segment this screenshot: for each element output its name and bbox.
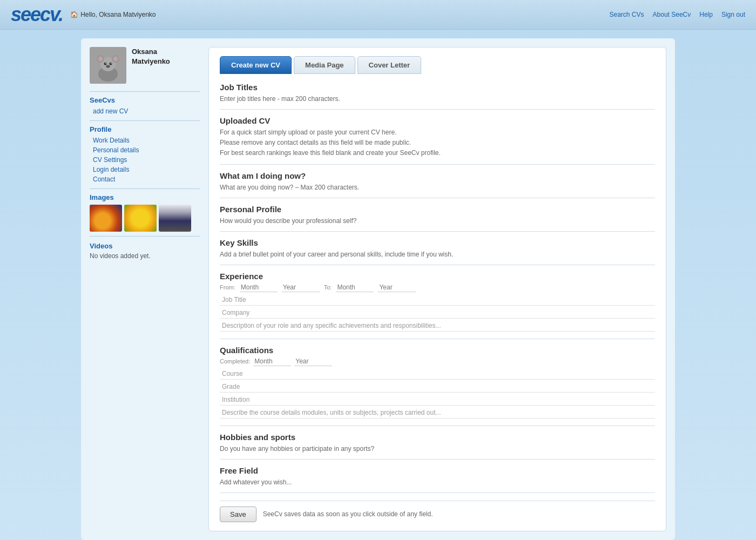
experience-date-row: From: To: (220, 283, 655, 292)
gallery-image-1[interactable] (90, 205, 122, 232)
tabs-row: Create new CV Media Page Cover Letter (220, 56, 655, 74)
tab-media-page[interactable]: Media Page (294, 56, 355, 74)
gallery-image-3[interactable] (159, 205, 191, 232)
key-skills-hint[interactable]: Add a brief bullet point of your career … (220, 249, 655, 259)
top-navigation: seecv. 🏠 Hello, Oksana Matviyenko Search… (0, 0, 756, 30)
experience-to-month[interactable] (336, 283, 374, 292)
qual-year[interactable] (294, 357, 332, 366)
svg-point-10 (111, 63, 112, 64)
home-text: Hello, Oksana Matviyenko (80, 11, 156, 18)
videos-empty-text: No videos added yet. (90, 252, 200, 260)
uploaded-cv-title: Uploaded CV (220, 116, 655, 125)
hobbies-hint[interactable]: Do you have any hobbies or participate i… (220, 444, 655, 454)
qual-course[interactable]: Course (220, 368, 655, 380)
section-personal-profile: Personal Profile How would you describe … (220, 205, 655, 232)
section-qualifications: Qualifications Completed: Course Grade I… (220, 346, 655, 426)
personal-profile-hint[interactable]: How would you describe your professional… (220, 216, 655, 226)
free-field-hint[interactable]: Add whatever you wish... (220, 477, 655, 487)
avatar (90, 47, 126, 84)
section-experience: Experience From: To: Job Title Company D… (220, 272, 655, 339)
nav-search-cvs[interactable]: Search CVs (610, 11, 644, 18)
home-icon: 🏠 (70, 11, 78, 18)
svg-point-11 (106, 65, 110, 68)
experience-from-month[interactable] (240, 283, 278, 292)
gallery-image-2[interactable] (124, 205, 157, 232)
nav-about[interactable]: About SeeCv (653, 11, 691, 18)
experience-to-year[interactable] (378, 283, 416, 292)
uploaded-cv-hint[interactable]: For a quick start simply upload or paste… (220, 127, 655, 159)
sidebar-link-cv-settings[interactable]: CV Settings (90, 155, 200, 165)
svg-point-6 (113, 57, 118, 61)
qualifications-completed-row: Completed: (220, 357, 655, 366)
sidebar-divider-4 (90, 236, 200, 237)
sidebar-link-login-details[interactable]: Login details (90, 165, 200, 174)
experience-company[interactable]: Company (220, 307, 655, 319)
nav-signout[interactable]: Sign out (721, 11, 745, 18)
svg-point-8 (110, 63, 112, 65)
tab-cover-letter[interactable]: Cover Letter (357, 56, 422, 74)
qualifications-title: Qualifications (220, 346, 655, 355)
job-titles-title: Job Titles (220, 83, 655, 92)
qual-grade[interactable]: Grade (220, 381, 655, 393)
add-new-cv-link[interactable]: add new CV (90, 106, 200, 116)
save-note: SeeCv saves data as soon as you click ou… (263, 510, 433, 518)
nav-help[interactable]: Help (699, 11, 713, 18)
from-label: From: (220, 284, 235, 291)
images-gallery (90, 205, 200, 232)
nav-right: Search CVs About SeeCv Help Sign out (610, 11, 745, 18)
experience-description[interactable]: Description of your role and any specifi… (220, 320, 655, 332)
nav-left: seecv. 🏠 Hello, Oksana Matviyenko (11, 3, 156, 26)
section-job-titles: Job Titles Enter job titles here - max 2… (220, 83, 655, 110)
sidebar-link-work-details[interactable]: Work Details (90, 136, 200, 145)
qual-institution[interactable]: Institution (220, 394, 655, 406)
qual-month[interactable] (253, 357, 291, 366)
sidebar-divider-2 (90, 120, 200, 121)
content-area: Create new CV Media Page Cover Letter Jo… (208, 47, 666, 531)
personal-profile-title: Personal Profile (220, 205, 655, 214)
sidebar-divider-3 (90, 188, 200, 189)
section-what-doing-now: What am I doing now? What are you doing … (220, 171, 655, 198)
section-uploaded-cv: Uploaded CV For a quick start simply upl… (220, 116, 655, 165)
to-label: To: (324, 284, 332, 291)
videos-section: Videos No videos added yet. (90, 242, 200, 260)
section-key-skills: Key Skills Add a brief bullet point of y… (220, 238, 655, 265)
sidebar-link-personal-details[interactable]: Personal details (90, 145, 200, 155)
free-field-title: Free Field (220, 466, 655, 475)
user-name: Oksana Matviyenko (132, 47, 170, 66)
main-container: Oksana Matviyenko SeeCvs add new CV Prof… (81, 38, 675, 540)
completed-label: Completed: (220, 358, 250, 364)
hobbies-title: Hobbies and sports (220, 433, 655, 442)
what-doing-now-hint[interactable]: What are you doing now? – Max 200 charac… (220, 183, 655, 192)
site-logo: seecv. (11, 3, 63, 26)
svg-point-7 (104, 63, 107, 65)
svg-point-9 (105, 63, 106, 64)
seecvs-title: SeeCvs (90, 96, 200, 104)
experience-from-year[interactable] (282, 283, 320, 292)
profile-title: Profile (90, 125, 200, 133)
section-hobbies: Hobbies and sports Do you have any hobbi… (220, 433, 655, 460)
qual-description[interactable]: Describe the course details modules, uni… (220, 407, 655, 418)
user-section: Oksana Matviyenko (90, 47, 200, 84)
experience-title: Experience (220, 272, 655, 281)
home-link[interactable]: 🏠 Hello, Oksana Matviyenko (70, 11, 156, 18)
experience-job-title[interactable]: Job Title (220, 294, 655, 306)
what-doing-now-title: What am I doing now? (220, 171, 655, 180)
sidebar: Oksana Matviyenko SeeCvs add new CV Prof… (90, 47, 208, 531)
sidebar-link-contact[interactable]: Contact (90, 174, 200, 184)
section-free-field: Free Field Add whatever you wish... (220, 466, 655, 493)
svg-point-5 (98, 57, 103, 61)
save-row: Save SeeCv saves data as soon as you cli… (220, 501, 655, 522)
key-skills-title: Key Skills (220, 238, 655, 247)
videos-title: Videos (90, 242, 200, 250)
save-button[interactable]: Save (220, 507, 256, 522)
job-titles-hint[interactable]: Enter job titles here - max 200 characte… (220, 94, 655, 104)
images-title: Images (90, 193, 200, 201)
sidebar-divider-1 (90, 91, 200, 92)
tab-create-new-cv[interactable]: Create new CV (220, 56, 292, 74)
